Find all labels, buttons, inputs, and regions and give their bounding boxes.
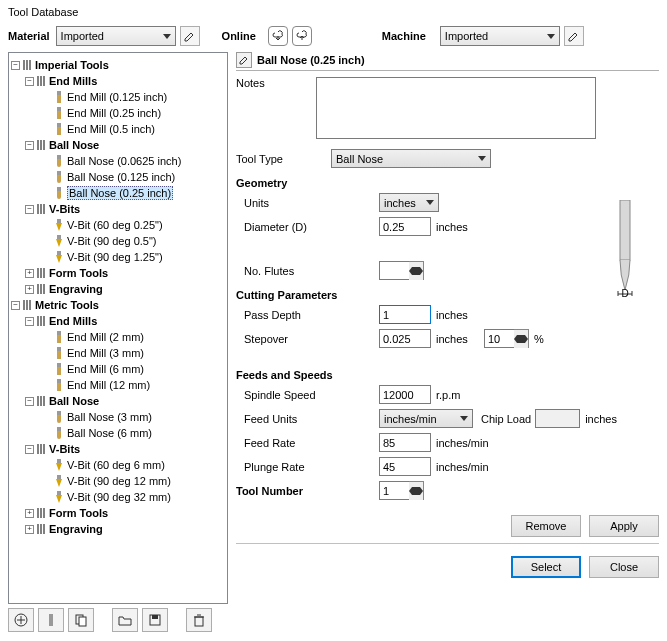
units-value: inches [384,197,416,209]
tree-toggle[interactable]: − [25,397,34,406]
plunge-rate-input[interactable] [379,457,431,476]
tree-item[interactable]: Ball Nose (0.125 inch) [67,171,175,183]
svg-marker-20 [56,255,62,263]
tree-category[interactable]: Imperial Tools [35,59,109,71]
svg-rect-39 [57,491,61,495]
plunge-rate-units: inches/min [436,461,489,473]
material-edit-button[interactable] [180,26,200,46]
vbit-icon [53,219,64,231]
spindle-input[interactable] [379,385,431,404]
svg-rect-26 [57,367,61,375]
tool-title: Ball Nose (0.25 inch) [257,54,365,66]
tool-name-edit-button[interactable] [236,52,252,68]
tree-item[interactable]: V-Bit (90 deg 0.5") [67,235,157,247]
tree-toggle[interactable]: − [11,301,20,310]
svg-rect-23 [57,347,61,351]
tree-toggle[interactable]: − [25,141,34,150]
pass-depth-input[interactable] [379,305,431,324]
tree-item[interactable]: Ball Nose (6 mm) [67,427,152,439]
svg-rect-53 [195,617,203,626]
tool-type-label: Tool Type [236,153,331,165]
tree-item[interactable]: V-Bit (90 deg 32 mm) [67,491,171,503]
cloud-download-button[interactable] [268,26,288,46]
stepover-pct-input[interactable] [484,329,514,348]
tree-category[interactable]: Form Tools [49,507,108,519]
tool-number-input[interactable] [379,481,409,500]
svg-rect-19 [57,251,61,255]
material-select[interactable]: Imported [56,26,176,46]
feed-rate-input[interactable] [379,433,431,452]
arrow-up-icon [514,330,528,339]
tree-category[interactable]: End Mills [49,315,97,327]
svg-rect-15 [57,219,61,223]
stepover-input[interactable] [379,329,431,348]
tree-category[interactable]: Ball Nose [49,139,99,151]
feed-units-select[interactable]: inches/min [379,409,473,428]
tree-item[interactable]: End Mill (0.25 inch) [67,107,161,119]
tree-item[interactable]: End Mill (3 mm) [67,347,144,359]
new-from-button[interactable] [38,608,64,632]
open-button[interactable] [112,608,138,632]
tree-category[interactable]: Form Tools [49,267,108,279]
tree-item[interactable]: Ball Nose (0.0625 inch) [67,155,181,167]
tree-category[interactable]: V-Bits [49,203,80,215]
tree-item[interactable]: End Mill (2 mm) [67,331,144,343]
chip-load-label: Chip Load [481,413,531,425]
tree-item[interactable]: End Mill (12 mm) [67,379,150,391]
select-button[interactable]: Select [511,556,581,578]
units-select[interactable]: inches [379,193,439,212]
no-flutes-label: No. Flutes [244,265,379,277]
tree-item[interactable]: V-Bit (90 deg 12 mm) [67,475,171,487]
machine-select[interactable]: Imported [440,26,560,46]
stepover-pct-spinner[interactable] [514,329,529,348]
new-tool-button[interactable] [8,608,34,632]
copy-button[interactable] [68,608,94,632]
tree-item[interactable]: V-Bit (60 deg 6 mm) [67,459,165,471]
tree-item-selected[interactable]: Ball Nose (0.25 inch) [67,186,173,200]
tree-category[interactable]: End Mills [49,75,97,87]
tree-toggle[interactable]: − [25,317,34,326]
ballnose-icon [53,411,64,423]
diameter-input[interactable] [379,217,431,236]
notes-textarea[interactable] [316,77,596,139]
save-button[interactable] [142,608,168,632]
cloud-upload-button[interactable] [292,26,312,46]
tree-toggle[interactable]: + [25,509,34,518]
tree-toggle[interactable]: + [25,269,34,278]
tree-item[interactable]: V-Bit (90 deg 1.25") [67,251,163,263]
close-button[interactable]: Close [589,556,659,578]
tool-number-spinner[interactable] [409,481,424,500]
tree-item[interactable]: End Mill (6 mm) [67,363,144,375]
tree-category[interactable]: Ball Nose [49,395,99,407]
diameter-units: inches [436,221,468,233]
tree-item[interactable]: End Mill (0.125 inch) [67,91,167,103]
edit-icon [239,55,249,65]
machine-edit-button[interactable] [564,26,584,46]
delete-button[interactable] [186,608,212,632]
tree-toggle[interactable]: − [25,205,34,214]
tree-category[interactable]: Engraving [49,523,103,535]
tree-toggle[interactable]: + [25,285,34,294]
tree-item[interactable]: End Mill (0.5 inch) [67,123,155,135]
tree-item[interactable]: V-Bit (60 deg 0.25") [67,219,163,231]
svg-rect-41 [620,200,630,260]
svg-marker-36 [56,463,62,471]
remove-button[interactable]: Remove [511,515,581,537]
tree-toggle[interactable]: − [11,61,20,70]
category-icon [23,60,32,70]
svg-rect-52 [152,615,158,619]
tree-category[interactable]: Engraving [49,283,103,295]
tree-toggle[interactable]: − [25,445,34,454]
tree-category[interactable]: Metric Tools [35,299,99,311]
no-flutes-spinner[interactable] [409,261,424,280]
no-flutes-input[interactable] [379,261,409,280]
geometry-heading: Geometry [236,177,659,189]
tree-item[interactable]: Ball Nose (3 mm) [67,411,152,423]
tool-tree[interactable]: −Imperial Tools −End Mills End Mill (0.1… [8,52,228,604]
tree-category[interactable]: V-Bits [49,443,80,455]
tool-type-select[interactable]: Ball Nose [331,149,491,168]
endmill-icon [53,123,64,135]
tree-toggle[interactable]: + [25,525,34,534]
apply-button[interactable]: Apply [589,515,659,537]
tree-toggle[interactable]: − [25,77,34,86]
